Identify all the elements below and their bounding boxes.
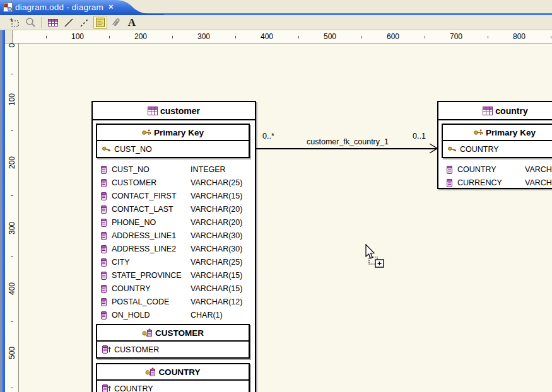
h-ruler-label: 300	[193, 32, 214, 41]
text-tool-button[interactable]: A	[125, 16, 139, 29]
note-tool-button[interactable]	[93, 16, 107, 29]
index-column-icon	[102, 345, 111, 354]
primary-key-title: Primary Key	[154, 128, 204, 137]
primary-key-icon	[474, 129, 483, 135]
active-tab[interactable]: diagram.odd - diagram ×	[0, 0, 114, 14]
v-ruler-label: 400	[8, 278, 16, 299]
column-icon	[101, 285, 107, 293]
column-row[interactable]: ADDRESS_LINE1 VARCHAR(30)	[93, 229, 255, 242]
index-column: CUSTOMER	[114, 345, 159, 354]
drag-copy-cursor	[363, 244, 387, 269]
line-tool-icon	[63, 17, 74, 28]
v-ruler-tick	[11, 388, 13, 388]
relationship-arrowhead	[428, 143, 438, 154]
h-ruler-tick	[172, 36, 173, 38]
index-icon	[145, 367, 156, 377]
zoom-icon	[25, 17, 36, 28]
index-title: CUSTOMER	[155, 328, 204, 338]
toolbar-separator	[41, 17, 42, 28]
key-icon	[102, 146, 111, 152]
primary-key-title: Primary Key	[486, 128, 536, 137]
column-row[interactable]: POSTAL_CODE VARCHAR(12)	[93, 295, 255, 308]
index-column-row[interactable]: COUNTRY	[97, 381, 249, 392]
column-icon	[101, 311, 107, 320]
tab-close-icon[interactable]: ×	[109, 1, 114, 13]
index-column-row[interactable]: CUSTOMER	[97, 342, 249, 357]
editor-tab-bar: diagram.odd - diagram ×	[0, 0, 552, 15]
entity-country-header[interactable]: country	[438, 102, 552, 120]
column-row[interactable]: PHONE_NO VARCHAR(20)	[93, 216, 255, 229]
primary-key-title-row: Primary Key	[443, 125, 552, 141]
column-row[interactable]: CITY VARCHAR(25)	[93, 255, 255, 268]
v-ruler-tick	[11, 321, 13, 322]
new-table-icon	[47, 17, 59, 28]
index-title-row: CUSTOMER	[97, 325, 249, 342]
marquee-select-icon	[9, 17, 20, 28]
diagram-file-icon	[3, 3, 13, 12]
h-ruler-tick	[425, 36, 425, 38]
v-ruler-label: 200	[8, 152, 16, 173]
v-ruler-label: 500	[8, 342, 16, 364]
column-icon	[101, 192, 107, 200]
relationship-line[interactable]	[256, 148, 437, 149]
column-row[interactable]: COUNTRY VARCHAR(15)	[93, 282, 255, 295]
column-icon	[101, 232, 107, 240]
column-icon	[101, 245, 107, 253]
dashed-line-tool-icon	[79, 17, 90, 28]
column-row[interactable]: ON_HOLD CHAR(1)	[93, 308, 255, 321]
tab-title: diagram.odd - diagram	[15, 3, 103, 12]
horizontal-ruler: 0 100 200 300 400 500 600 700 800	[13, 30, 552, 43]
entity-title: customer	[160, 106, 200, 116]
h-ruler-tick	[109, 36, 110, 38]
column-row[interactable]: COUNTRY VARCHAR(	[438, 163, 552, 176]
customer-index-customer-box[interactable]: CUSTOMER CUSTOMER	[96, 324, 250, 359]
diagram-canvas[interactable]: customer Primary Key C	[19, 43, 552, 392]
v-ruler-label: 300	[8, 217, 16, 239]
v-ruler-tick	[11, 130, 13, 131]
column-row[interactable]: ADDRESS_LINE2 VARCHAR(30)	[93, 242, 255, 255]
index-column: COUNTRY	[114, 384, 153, 392]
dashed-line-tool-button[interactable]	[78, 16, 91, 29]
entity-customer-header[interactable]: customer	[93, 102, 255, 120]
h-ruler-tick	[46, 36, 47, 38]
column-row[interactable]: CUSTOMER VARCHAR(25)	[93, 176, 255, 189]
entity-customer[interactable]: customer Primary Key C	[91, 101, 256, 392]
v-ruler-tick	[11, 74, 13, 74]
column-icon	[101, 272, 107, 280]
customer-primary-key-box[interactable]: Primary Key CUST_NO	[96, 124, 250, 158]
relationship-source-cardinality: 0..*	[262, 132, 274, 141]
entity-country[interactable]: country Primary Key COUNTRY	[437, 101, 552, 189]
h-ruler-tick	[361, 36, 362, 38]
diagram-editor-window: diagram.odd - diagram ×	[0, 0, 552, 392]
line-tool-button[interactable]	[62, 16, 76, 29]
v-ruler-label: 100	[8, 89, 16, 110]
customer-index-country-box[interactable]: COUNTRY COUNTRY	[96, 363, 250, 392]
index-column-icon	[102, 384, 111, 392]
h-ruler-label: 800	[508, 32, 530, 41]
column-row[interactable]: CUST_NO INTEGER	[93, 163, 255, 176]
marquee-select-tool-button[interactable]	[8, 16, 21, 29]
column-icon	[101, 298, 107, 306]
attachment-tool-button[interactable]	[109, 16, 123, 29]
country-primary-key-box[interactable]: Primary Key COUNTRY	[442, 124, 552, 158]
diagram-toolbar: A	[0, 15, 552, 30]
column-icon	[101, 179, 107, 187]
attachment-icon	[110, 17, 122, 28]
v-ruler-tick	[11, 195, 13, 196]
column-row[interactable]: CONTACT_FIRST VARCHAR(15)	[93, 189, 255, 202]
zoom-tool-button[interactable]	[23, 16, 37, 29]
column-row[interactable]: STATE_PROVINCE VARCHAR(15)	[93, 268, 255, 282]
h-ruler-label: 600	[382, 32, 404, 41]
primary-key-column: CUST_NO	[114, 145, 152, 154]
primary-key-column-row[interactable]: COUNTRY	[443, 141, 552, 157]
h-ruler-tick	[551, 36, 551, 38]
column-row[interactable]: CURRENCY VARCHAR(	[438, 176, 552, 189]
primary-key-column-row[interactable]: CUST_NO	[97, 141, 249, 157]
relationship-name[interactable]: customer_fk_country_1	[307, 137, 389, 146]
h-ruler-tick	[298, 36, 299, 38]
column-row[interactable]: CONTACT_LAST VARCHAR(20)	[93, 202, 255, 216]
new-table-tool-button[interactable]	[46, 16, 60, 29]
primary-key-icon	[142, 129, 151, 135]
table-icon	[148, 107, 158, 115]
h-ruler-label: 200	[130, 32, 151, 41]
